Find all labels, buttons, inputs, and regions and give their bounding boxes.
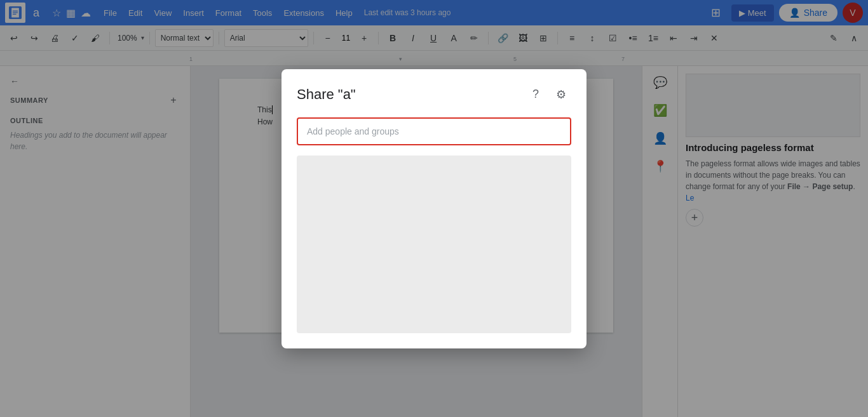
settings-button[interactable]: ⚙: [551, 84, 571, 105]
modal-overlay[interactable]: Share "a" ? ⚙: [0, 0, 868, 417]
share-dropdown: [297, 156, 571, 333]
share-modal: Share "a" ? ⚙: [281, 69, 587, 348]
add-people-input[interactable]: [299, 120, 569, 143]
help-button[interactable]: ?: [526, 84, 546, 105]
modal-header: Share "a" ? ⚙: [297, 84, 571, 105]
modal-actions: ? ⚙: [526, 84, 571, 105]
modal-title: Share "a": [297, 86, 356, 103]
share-input-wrapper: [297, 117, 571, 145]
